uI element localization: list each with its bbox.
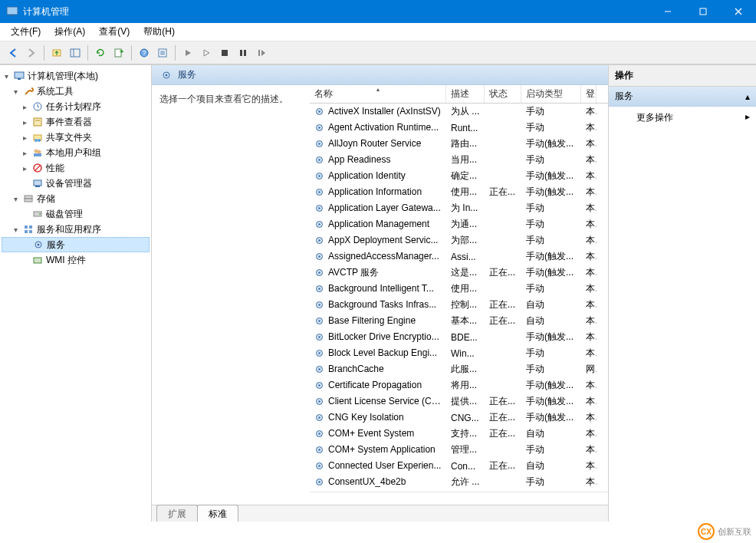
gear-icon — [314, 461, 325, 472]
tree-event-viewer[interactable]: ▸ 事件查看器 — [2, 114, 150, 130]
gear-icon — [314, 203, 325, 214]
service-row[interactable]: Agent Activation Runtime...Runt...手动本 — [310, 120, 608, 136]
cell-desc: 基本... — [446, 313, 485, 329]
menu-help[interactable]: 帮助(H) — [137, 23, 181, 41]
show-hide-tree-button[interactable] — [67, 44, 84, 61]
gear-icon — [314, 332, 325, 343]
cell-name: Application Identity — [310, 169, 446, 183]
tree-shared-folders[interactable]: ▸ 共享文件夹 — [2, 130, 150, 145]
cell-status — [485, 481, 521, 484]
minimize-button[interactable] — [650, 0, 685, 23]
menu-view[interactable]: 查看(V) — [93, 23, 136, 41]
pause-button[interactable] — [235, 44, 251, 61]
expand-icon[interactable]: ▸ — [20, 103, 29, 111]
cell-status — [485, 239, 521, 242]
collapse-icon[interactable]: ▾ — [11, 87, 20, 96]
gear-icon — [314, 300, 325, 311]
export-button[interactable] — [110, 44, 127, 61]
tree-system-tools[interactable]: ▾ 系统工具 — [2, 84, 150, 99]
column-status[interactable]: 状态 — [485, 85, 521, 103]
svg-point-87 — [318, 416, 320, 419]
collapse-icon[interactable]: ▾ — [11, 195, 20, 203]
tree-task-scheduler[interactable]: ▸ 任务计划程序 — [2, 99, 150, 114]
tree-local-users[interactable]: ▸ 本地用户和组 — [2, 145, 150, 160]
service-row[interactable]: AVCTP 服务这是...正在...手动(触发...本 — [310, 265, 608, 281]
start-service-button[interactable] — [179, 44, 196, 61]
cell-logon: 本 — [581, 120, 597, 136]
service-row[interactable]: Application Management为通...手动本 — [310, 216, 608, 232]
service-row[interactable]: ActiveX Installer (AxInstSV)为从 ...手动本 — [310, 104, 608, 120]
refresh-button[interactable] — [92, 44, 109, 61]
service-row[interactable]: Base Filtering Engine基本...正在...自动本 — [310, 313, 608, 329]
service-row[interactable]: Application Layer Gatewa...为 In...手动本 — [310, 200, 608, 216]
service-row[interactable]: AllJoyn Router Service路由...手动(触发...本 — [310, 136, 608, 152]
column-desc[interactable]: 描述 — [446, 85, 485, 103]
tree-device-manager[interactable]: 设备管理器 — [2, 176, 150, 191]
service-row[interactable]: ConsentUX_4be2b允许 ...手动本 — [310, 474, 608, 490]
stop-button[interactable] — [216, 44, 233, 61]
cell-startup: 手动 — [521, 474, 581, 490]
tab-standard[interactable]: 标准 — [197, 505, 238, 522]
tree-disk-management[interactable]: 磁盘管理 — [2, 206, 150, 222]
help-button[interactable]: ? — [136, 44, 153, 61]
menu-file[interactable]: 文件(F) — [5, 23, 47, 41]
tab-extended[interactable]: 扩展 — [156, 505, 198, 522]
up-button[interactable] — [48, 44, 65, 61]
horizontal-scrollbar[interactable] — [310, 492, 608, 505]
actions-section[interactable]: 服务 ▴ — [609, 87, 756, 107]
service-row[interactable]: AssignedAccessManager...Assi...手动(触发...本 — [310, 248, 608, 265]
expand-icon[interactable]: ▸ — [20, 149, 29, 157]
service-row[interactable]: Block Level Backup Engi...Win...手动本 — [310, 345, 608, 361]
disk-icon — [31, 208, 44, 220]
tree-label: 存储 — [37, 193, 55, 206]
service-row[interactable]: AppX Deployment Servic...为部...手动本 — [310, 232, 608, 248]
properties-button[interactable] — [154, 44, 171, 61]
actions-pane: 操作 服务 ▴ 更多操作 ▸ — [609, 65, 756, 522]
service-row[interactable]: COM+ System Application管理...手动本 — [310, 442, 608, 458]
service-row[interactable]: COM+ Event System支持...正在...自动本 — [310, 426, 608, 442]
service-row[interactable]: Certificate Propagation将用...手动(触发...本 — [310, 377, 608, 393]
service-row[interactable]: CNG Key IsolationCNG...正在...手动(触发...本 — [310, 410, 608, 426]
tree-storage[interactable]: ▾ 存储 — [2, 191, 150, 206]
service-row[interactable]: Application Identity确定...手动(触发...本 — [310, 168, 608, 184]
forward-button[interactable] — [23, 44, 40, 61]
tree-services[interactable]: 服务 — [2, 237, 150, 252]
expand-icon[interactable]: ▸ — [20, 164, 29, 173]
back-button[interactable] — [5, 44, 21, 61]
service-row[interactable]: Connected User Experien...Con...正在...自动本 — [310, 458, 608, 474]
play-button[interactable] — [198, 44, 215, 61]
restart-button[interactable] — [253, 44, 270, 61]
service-row[interactable]: BitLocker Drive Encryptio...BDE...手动(触发.… — [310, 329, 608, 345]
collapse-icon[interactable]: ▾ — [11, 225, 20, 234]
list-body[interactable]: ActiveX Installer (AxInstSV)为从 ...手动本Age… — [310, 104, 608, 492]
close-button[interactable] — [721, 0, 756, 23]
cell-status — [485, 368, 521, 371]
menu-action[interactable]: 操作(A) — [48, 23, 91, 41]
cell-logon: 本 — [581, 313, 597, 329]
navigation-tree[interactable]: ▾ 计算机管理(本地) ▾ 系统工具 ▸ 任务计划程序 ▸ 事件查看器 ▸ 共享… — [0, 65, 152, 522]
gear-icon — [314, 252, 325, 262]
maximize-button[interactable] — [685, 0, 721, 23]
tree-wmi[interactable]: WMI 控件 — [2, 252, 150, 268]
column-name[interactable]: 名称▴ — [310, 85, 446, 103]
column-logon[interactable]: 登 — [581, 85, 597, 103]
actions-more[interactable]: 更多操作 ▸ — [609, 107, 756, 129]
service-row[interactable]: Background Tasks Infras...控制...正在...自动本 — [310, 297, 608, 313]
list-header: 名称▴ 描述 状态 启动类型 登 — [310, 85, 608, 104]
cell-desc: Win... — [446, 347, 485, 360]
svg-point-81 — [318, 368, 320, 370]
service-row[interactable]: App Readiness当用...手动本 — [310, 152, 608, 168]
service-row[interactable]: Application Information使用...正在...手动(触发..… — [310, 184, 608, 200]
tree-services-apps[interactable]: ▾ 服务和应用程序 — [2, 222, 150, 237]
expand-icon[interactable]: ▸ — [20, 118, 29, 127]
expand-icon[interactable]: ▸ — [20, 133, 29, 142]
column-startup[interactable]: 启动类型 — [521, 85, 581, 103]
service-row[interactable]: Client License Service (Cli...提供...正在...… — [310, 393, 608, 410]
cell-name: Background Tasks Infras... — [310, 298, 446, 312]
tree-performance[interactable]: ▸ 性能 — [2, 160, 150, 176]
collapse-icon[interactable]: ▾ — [2, 72, 11, 81]
service-row[interactable]: Background Intelligent T...使用...手动本 — [310, 281, 608, 297]
window-title: 计算机管理 — [23, 5, 650, 18]
tree-root[interactable]: ▾ 计算机管理(本地) — [2, 68, 150, 84]
service-row[interactable]: BranchCache此服...手动网 — [310, 361, 608, 377]
